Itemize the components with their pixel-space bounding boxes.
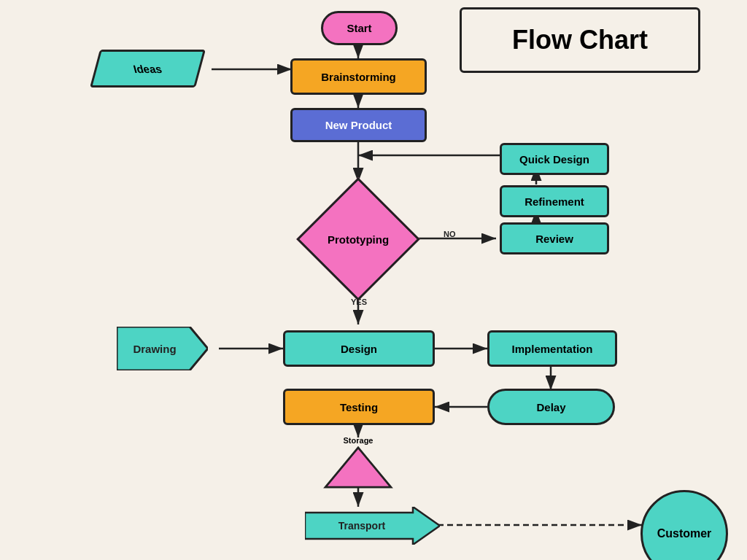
start-node: Start	[321, 11, 398, 45]
customer-node: Customer	[640, 490, 728, 560]
storage-node: Storage	[322, 436, 395, 489]
title: Flow Chart	[460, 7, 700, 73]
design-node: Design	[283, 330, 435, 367]
brainstorming-node: Brainstorming	[290, 58, 427, 95]
review-node: Review	[500, 222, 609, 254]
svg-text:Transport: Transport	[338, 520, 386, 532]
transport-node: Transport	[305, 507, 440, 545]
quick-design-node: Quick Design	[500, 143, 609, 175]
delay-node: Delay	[487, 389, 615, 425]
svg-marker-19	[325, 448, 391, 487]
testing-node: Testing	[283, 389, 435, 425]
svg-text:Drawing: Drawing	[133, 343, 176, 355]
drawing-node: Drawing	[117, 327, 208, 370]
refinement-node: Refinement	[500, 185, 609, 217]
implementation-node: Implementation	[487, 330, 617, 367]
no-label: NO	[444, 230, 456, 238]
yes-label: YES	[351, 298, 367, 306]
ideas-node: Ideas	[95, 50, 201, 88]
new-product-node: New Product	[290, 108, 427, 142]
prototyping-node: Prototyping	[300, 181, 417, 298]
